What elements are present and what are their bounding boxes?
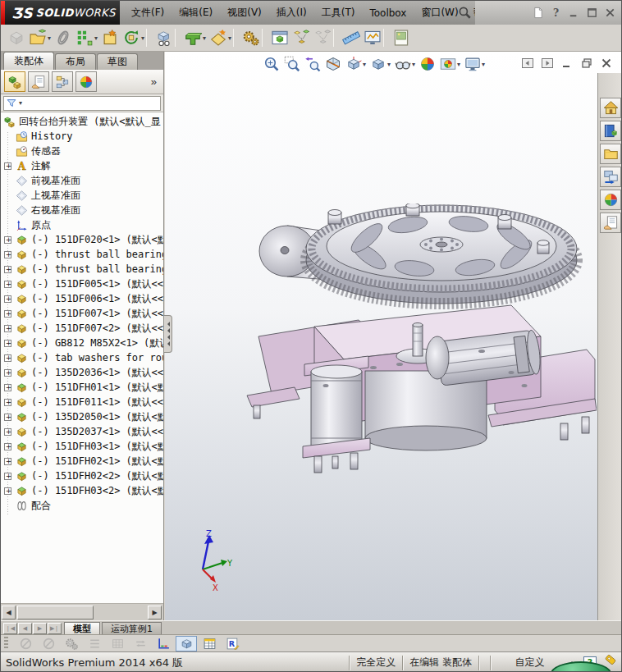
expand-toggle[interactable] [4, 281, 11, 288]
measure-button[interactable]: ▾ [341, 26, 362, 49]
pane-right-button[interactable] [539, 56, 556, 71]
linear-component-pattern-button[interactable]: ▾ [74, 26, 99, 49]
propertymanager-tab[interactable] [28, 71, 49, 92]
menu-item[interactable]: 工具(T) [314, 1, 363, 25]
motion-study-button[interactable]: ▾ [240, 26, 262, 49]
expand-toggle[interactable] [4, 354, 11, 362]
hide-show-items-button[interactable]: ▾ [393, 54, 417, 74]
separator[interactable]: ▾ [262, 26, 269, 49]
custom-properties-tab[interactable] [600, 213, 621, 233]
menu-item[interactable]: 编辑(E) [172, 1, 220, 25]
toolbar-grip[interactable] [4, 637, 8, 650]
file-explorer-tab[interactable] [600, 144, 621, 164]
tree-item[interactable]: (-) 151DFH03<1> (默认<默认 [1, 439, 163, 454]
minimize-window-button[interactable] [564, 5, 582, 21]
tree-item[interactable]: (-) thrust ball bearings [1, 247, 163, 262]
design-library-tab[interactable] [600, 121, 621, 141]
new-document-button[interactable] [528, 5, 546, 21]
tree-item[interactable]: (-) 151DFH02<1> (默认<默认 [1, 454, 163, 469]
auto-key-button[interactable] [130, 636, 151, 651]
command-tab[interactable]: 布局 [55, 53, 96, 70]
tree-item[interactable]: 注解 [1, 158, 163, 173]
explode-line-sketch-button[interactable]: ▾ [312, 26, 333, 49]
calculate-button[interactable] [61, 636, 82, 651]
displaymanager-tab[interactable] [75, 71, 97, 92]
separator[interactable]: ▾ [383, 26, 391, 49]
scroll-right-arrow[interactable]: ▶ [148, 606, 162, 619]
tree-item[interactable]: 右视基准面 [1, 203, 163, 217]
tree-item[interactable]: (-) 151DF005<1> (默认<<默 [1, 277, 163, 291]
tree-item[interactable]: (-) 151DFH02<2> (默认<默认 [1, 469, 163, 483]
command-tab[interactable]: 草图 [97, 53, 138, 70]
zoom-to-area-button[interactable]: ▾ [282, 54, 302, 74]
expand-toggle[interactable] [4, 384, 11, 391]
menu-item[interactable]: 文件(F) [124, 1, 172, 25]
appearances-scenes-tab[interactable] [600, 190, 621, 210]
reference-geometry-button[interactable]: ▾ [208, 26, 233, 49]
expand-toggle[interactable] [4, 369, 11, 377]
tree-item[interactable]: (-) GB812 M85X2<1> (默认< [1, 336, 163, 350]
separator[interactable]: ▾ [233, 26, 240, 49]
tree-item[interactable]: 上视基准面 [1, 188, 163, 203]
scroll-left-arrow[interactable]: ◀ [2, 606, 16, 619]
minimize-document-button[interactable] [559, 56, 575, 71]
expand-toggle[interactable] [4, 310, 11, 318]
configurationmanager-tab[interactable] [52, 71, 73, 92]
edit-appearance-button[interactable]: ▾ [418, 54, 437, 74]
tree-item[interactable]: (-) 135D2036<1> (默认<<默 [1, 365, 163, 380]
next-study-button[interactable]: ▶ [33, 623, 47, 634]
last-study-button[interactable]: ▶❘ [48, 623, 62, 634]
insert-components-button[interactable]: ▾ [6, 26, 27, 49]
exploded-view-button[interactable]: ▾ [290, 26, 312, 49]
play-button[interactable] [38, 636, 59, 651]
view-palette-tab[interactable] [600, 167, 621, 187]
tree-item[interactable]: (-) tab washers for round [1, 350, 163, 365]
maximize-window-button[interactable] [582, 5, 600, 21]
filter-grid-button[interactable] [107, 636, 128, 651]
tree-item[interactable]: (-) 135D2037<1> (默认<<默 [1, 424, 163, 439]
orientation-views-button[interactable] [176, 636, 197, 651]
graphics-viewport[interactable]: ▾▾▾▾▾▾▾▾▾▾ [165, 52, 622, 620]
expand-toggle[interactable] [4, 266, 11, 273]
menu-item[interactable]: Toolbox [362, 1, 414, 25]
featuremanager-tab[interactable] [4, 71, 25, 92]
expand-toggle[interactable] [4, 487, 11, 495]
scrollbar-thumb[interactable] [17, 606, 94, 619]
separator[interactable]: ▾ [175, 26, 182, 49]
search-icon[interactable] [457, 5, 472, 20]
close-window-button[interactable] [600, 5, 618, 21]
playback-mode-button[interactable] [15, 636, 36, 651]
open-document-button[interactable]: ▾ [27, 26, 53, 49]
display-style-button[interactable]: ▾ [368, 54, 392, 74]
expand-toggle[interactable] [4, 428, 11, 436]
results-table-button[interactable] [199, 636, 220, 651]
smart-fasteners-button[interactable]: ▾ [99, 26, 121, 49]
tree-item[interactable]: (-) 151DFH01<1> (默认<默认 [1, 380, 163, 395]
tree-item[interactable]: 传感器 [1, 144, 163, 158]
pane-left-button[interactable] [519, 56, 536, 71]
rotate-component-button[interactable]: ▾ [121, 26, 146, 49]
filter-bars-button[interactable] [84, 636, 105, 651]
pane-expand-button[interactable]: » [151, 75, 157, 88]
expand-toggle[interactable] [4, 443, 11, 450]
3d-model-assembly[interactable] [236, 203, 597, 482]
image-preview-button[interactable]: ▾ [391, 26, 412, 49]
expand-toggle[interactable] [4, 458, 11, 465]
view-settings-button[interactable]: ▾ [463, 54, 487, 74]
mate-button[interactable]: ▾ [53, 26, 74, 49]
tree-item[interactable]: (-) 151DF020<1> (默认<默认 [1, 232, 163, 247]
expand-toggle[interactable] [4, 325, 11, 332]
close-document-button[interactable] [598, 56, 615, 71]
tree-item[interactable]: 配合 [1, 498, 163, 513]
command-tab[interactable]: 装配体 [3, 52, 54, 70]
zoom-to-fit-button[interactable]: ▾ [262, 54, 281, 74]
panel-collapse-handle[interactable] [164, 315, 172, 353]
study-tab[interactable]: 模型 [64, 622, 100, 634]
tree-filter-input[interactable]: ▾ [3, 96, 161, 111]
filter-dropdown-icon[interactable]: ▾ [19, 99, 22, 107]
expand-toggle[interactable] [4, 236, 11, 244]
help-button[interactable] [546, 5, 564, 21]
first-study-button[interactable]: ❘◀ [3, 623, 17, 634]
tree-item[interactable]: 原点 [1, 217, 163, 232]
show-hidden-components-button[interactable]: ▾ [153, 26, 175, 49]
